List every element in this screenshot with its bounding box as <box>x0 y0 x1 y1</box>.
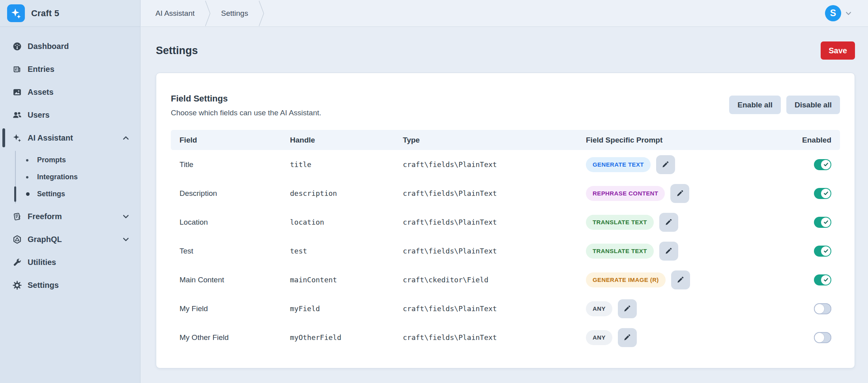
app-title: Craft 5 <box>31 8 59 19</box>
pencil-icon <box>623 304 631 313</box>
table-header-row: Field Handle Type Field Specific Prompt … <box>171 130 840 150</box>
edit-prompt-button[interactable] <box>659 213 678 232</box>
edit-prompt-button[interactable] <box>618 328 637 347</box>
chevron-down-icon <box>123 214 129 219</box>
breadcrumb-settings[interactable]: Settings <box>221 9 248 18</box>
type-cell: craft\fields\PlainText <box>403 304 586 313</box>
sidebar-subitem-prompts[interactable]: Prompts <box>0 152 140 169</box>
enabled-cell <box>784 188 831 199</box>
main-content: Settings Save Field Settings Choose whic… <box>141 27 868 383</box>
disable-all-button[interactable]: Disable all <box>786 96 840 114</box>
type-cell: craft\fields\PlainText <box>403 189 586 197</box>
prompt-badge: TRANSLATE TEXT <box>586 215 654 230</box>
sidebar-item-users[interactable]: Users <box>0 103 140 126</box>
sidebar-header: Craft 5 <box>0 0 140 27</box>
sidebar-nav: Dashboard Entries Assets Users AI Assist… <box>0 27 140 297</box>
account-menu[interactable]: S <box>825 5 868 21</box>
save-button[interactable]: Save <box>821 41 855 60</box>
field-cell: Location <box>180 218 290 227</box>
prompt-badge: TRANSLATE TEXT <box>586 244 654 259</box>
wrench-icon <box>12 258 22 267</box>
edit-prompt-button[interactable] <box>670 184 689 203</box>
type-cell: craft\fields\PlainText <box>403 333 586 342</box>
sidebar-subitem-integrations[interactable]: Integrations <box>0 169 140 186</box>
enabled-toggle[interactable] <box>814 159 831 170</box>
prompt-cell: REPHRASE CONTENT <box>586 184 784 203</box>
enabled-toggle[interactable] <box>814 332 831 343</box>
prompt-badge: GENERATE TEXT <box>586 157 651 172</box>
field-cell: Title <box>180 160 290 169</box>
sidebar-item-dashboard[interactable]: Dashboard <box>0 35 140 58</box>
table-body: Title title craft\fields\PlainText GENER… <box>171 150 840 352</box>
sidebar-item-utilities[interactable]: Utilities <box>0 251 140 274</box>
enabled-toggle[interactable] <box>814 246 831 257</box>
prompt-cell: ANY <box>586 299 784 318</box>
field-cell: Test <box>180 247 290 255</box>
column-header-type: Type <box>403 136 586 145</box>
chevron-down-icon <box>123 237 129 242</box>
app-window: Craft 5 Dashboard Entries Assets Users A… <box>0 0 868 383</box>
check-icon <box>823 219 829 225</box>
check-icon <box>823 248 829 254</box>
bulk-actions: Enable all Disable all <box>729 96 840 114</box>
sidebar-item-assets[interactable]: Assets <box>0 81 140 103</box>
bullet-icon <box>26 192 30 196</box>
fields-table: Field Handle Type Field Specific Prompt … <box>171 130 840 352</box>
check-icon <box>823 277 829 283</box>
enabled-cell <box>784 303 831 314</box>
breadcrumb-ai-assistant[interactable]: AI Assistant <box>155 9 195 18</box>
enabled-cell <box>784 274 831 285</box>
enable-all-button[interactable]: Enable all <box>729 96 781 114</box>
craft-logo-icon[interactable] <box>7 4 25 22</box>
sidebar-item-entries[interactable]: Entries <box>0 58 140 81</box>
sidebar-item-settings[interactable]: Settings <box>0 274 140 297</box>
edit-prompt-button[interactable] <box>659 242 678 261</box>
gauge-icon <box>12 42 22 51</box>
bullet-icon <box>26 176 28 178</box>
handle-cell: title <box>290 160 403 169</box>
check-icon <box>823 190 829 196</box>
table-row: My Other Field myOtherField craft\fields… <box>171 323 840 352</box>
enabled-toggle[interactable] <box>814 217 831 228</box>
edit-prompt-button[interactable] <box>618 299 637 318</box>
table-row: Location location craft\fields\PlainText… <box>171 208 840 237</box>
handle-cell: test <box>290 247 403 255</box>
image-icon <box>12 88 22 97</box>
column-header-handle: Handle <box>290 136 403 145</box>
table-row: Title title craft\fields\PlainText GENER… <box>171 150 840 179</box>
type-cell: craft\fields\PlainText <box>403 247 586 255</box>
field-settings-card: Field Settings Choose which fields can u… <box>156 73 855 368</box>
page-title: Settings <box>156 45 198 57</box>
sidebar-item-graphql[interactable]: GraphQL <box>0 228 140 251</box>
enabled-toggle[interactable] <box>814 303 831 314</box>
enabled-toggle[interactable] <box>814 188 831 199</box>
sidebar: Craft 5 Dashboard Entries Assets Users A… <box>0 0 140 383</box>
edit-prompt-button[interactable] <box>656 155 675 174</box>
column-header-field: Field <box>180 136 290 145</box>
sidebar-item-ai-assistant[interactable]: AI Assistant <box>0 126 140 149</box>
enabled-cell <box>784 159 831 170</box>
pencil-icon <box>676 276 685 284</box>
sparkles-icon <box>12 133 22 143</box>
edit-prompt-button[interactable] <box>671 270 690 289</box>
sidebar-item-freeform[interactable]: Freeform <box>0 205 140 228</box>
pencil-icon <box>661 160 670 169</box>
prompt-cell: GENERATE TEXT <box>586 155 784 174</box>
sidebar-subitem-settings[interactable]: Settings <box>0 186 140 203</box>
card-title: Field Settings <box>171 94 321 104</box>
field-cell: Main Content <box>180 276 290 284</box>
prompt-cell: TRANSLATE TEXT <box>586 242 784 261</box>
avatar[interactable]: S <box>825 5 841 21</box>
column-header-enabled: Enabled <box>784 136 831 145</box>
active-sub-indicator <box>14 186 16 202</box>
hexagon-icon <box>12 235 22 244</box>
prompt-cell: GENERATE IMAGE (R) <box>586 270 784 289</box>
enabled-toggle[interactable] <box>814 274 831 285</box>
enabled-cell <box>784 332 831 343</box>
type-cell: craft\ckeditor\Field <box>403 276 586 284</box>
pencil-icon <box>664 218 673 226</box>
pencil-icon <box>623 333 631 342</box>
active-indicator <box>2 128 5 147</box>
table-row: Test test craft\fields\PlainText TRANSLA… <box>171 237 840 265</box>
prompt-cell: ANY <box>586 328 784 347</box>
